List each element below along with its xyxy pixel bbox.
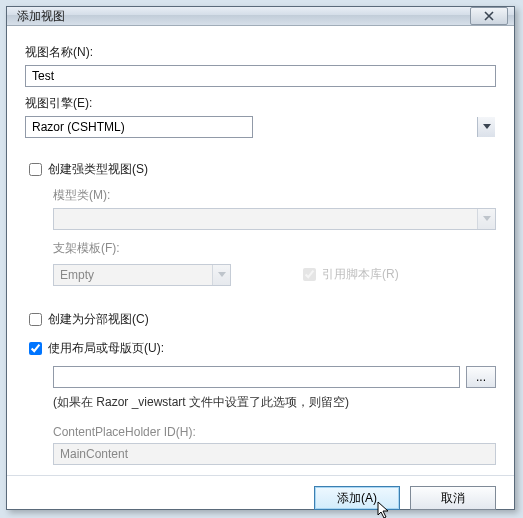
layout-hint: (如果在 Razor _viewstart 文件中设置了此选项，则留空)	[53, 394, 496, 411]
ref-scripts-checkbox	[303, 268, 316, 281]
partial-checkbox[interactable]	[29, 313, 42, 326]
cph-label: ContentPlaceHolder ID(H):	[53, 425, 496, 439]
add-button-label: 添加(A)	[337, 491, 377, 505]
view-name-input[interactable]	[25, 65, 496, 87]
footer-separator	[7, 475, 514, 476]
cancel-button-label: 取消	[441, 491, 465, 505]
close-icon	[484, 11, 494, 21]
scaffold-row: 引用脚本库(R)	[53, 261, 496, 288]
scaffold-combo-wrap	[53, 264, 231, 286]
partial-row: 创建为分部视图(C)	[25, 310, 496, 329]
model-class-combo-wrap	[53, 208, 496, 230]
layout-section: ... (如果在 Razor _viewstart 文件中设置了此选项，则留空)…	[53, 362, 496, 465]
dialog-content: 视图名称(N): 视图引擎(E): 创建强类型视图(S) 模型类(M): 支架模…	[7, 26, 514, 518]
browse-button-label: ...	[476, 370, 486, 384]
dialog-window: 添加视图 视图名称(N): 视图引擎(E): 创建强类型视图(S) 模型类(M)…	[6, 6, 515, 510]
model-class-label: 模型类(M):	[53, 187, 496, 204]
view-engine-label: 视图引擎(E):	[25, 95, 496, 112]
model-class-combo	[53, 208, 496, 230]
view-name-label: 视图名称(N):	[25, 44, 496, 61]
dialog-title: 添加视图	[17, 8, 470, 25]
create-strong-checkbox[interactable]	[29, 163, 42, 176]
use-layout-checkbox[interactable]	[29, 342, 42, 355]
view-engine-combo[interactable]	[25, 116, 253, 138]
titlebar: 添加视图	[7, 7, 514, 26]
cph-input	[53, 443, 496, 465]
ref-scripts-label: 引用脚本库(R)	[322, 266, 399, 283]
layout-path-row: ...	[53, 366, 496, 388]
strong-section: 模型类(M): 支架模板(F): 引用脚本库(R)	[53, 183, 496, 288]
layout-path-input[interactable]	[53, 366, 460, 388]
use-layout-label: 使用布局或母版页(U):	[48, 340, 164, 357]
close-button[interactable]	[470, 7, 508, 25]
ref-scripts-row: 引用脚本库(R)	[299, 265, 399, 284]
partial-label: 创建为分部视图(C)	[48, 311, 149, 328]
chevron-down-icon	[477, 117, 495, 137]
footer: 添加(A) 取消	[25, 486, 496, 514]
scaffold-combo	[53, 264, 231, 286]
use-layout-row: 使用布局或母版页(U):	[25, 339, 496, 358]
view-engine-combo-wrap	[25, 116, 496, 138]
browse-button[interactable]: ...	[466, 366, 496, 388]
cancel-button[interactable]: 取消	[410, 486, 496, 510]
add-button[interactable]: 添加(A)	[314, 486, 400, 510]
create-strong-row: 创建强类型视图(S)	[25, 160, 496, 179]
scaffold-label: 支架模板(F):	[53, 240, 496, 257]
create-strong-label: 创建强类型视图(S)	[48, 161, 148, 178]
